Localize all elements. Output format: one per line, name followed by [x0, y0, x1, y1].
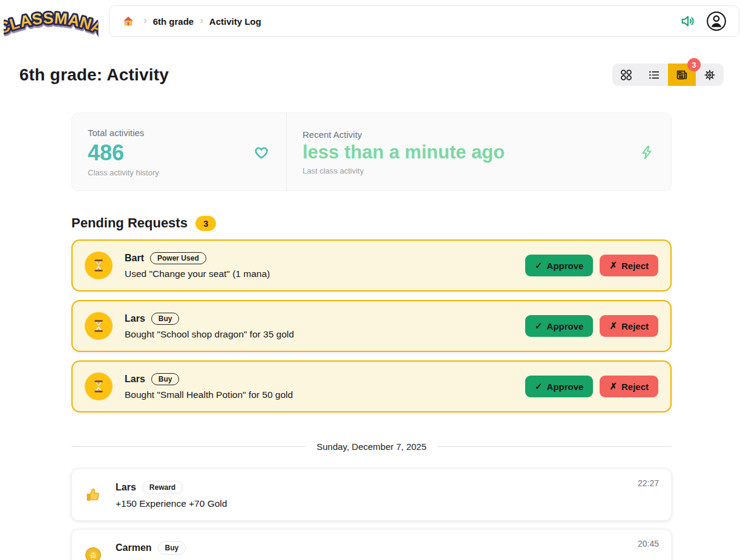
cross-icon: ✗	[609, 260, 617, 271]
cross-icon: ✗	[609, 321, 617, 331]
divider-line	[71, 446, 306, 447]
sound-toggle-button[interactable]	[678, 11, 698, 31]
svg-text:CLASSMANA: CLASSMANA	[4, 9, 98, 38]
entry-details: Carmen Buy Bought "Mana Flask" for 50 go…	[116, 541, 659, 560]
date-divider: Sunday, December 7, 2025	[71, 441, 672, 452]
lightning-icon	[638, 144, 655, 161]
request-description: Bought "Small Health Potion" for 50 gold	[125, 389, 513, 400]
student-name: Lars	[125, 313, 145, 324]
stat-label: Total activities	[88, 128, 159, 138]
hourglass-icon	[91, 258, 106, 273]
entry-details: Lars Reward +150 Experience +70 Gold	[116, 481, 659, 509]
heart-icon	[252, 143, 270, 161]
check-icon: ✓	[535, 381, 543, 392]
house-icon[interactable]	[119, 12, 137, 30]
stat-total-activities: Total activities 486 Class activity hist…	[72, 113, 287, 190]
pending-request-card: Lars Buy Bought "Small Health Potion" fo…	[71, 360, 672, 412]
hourglass-avatar	[85, 312, 113, 340]
breadcrumb-activity-log[interactable]: Activity Log	[209, 16, 261, 27]
approve-button[interactable]: ✓ Approve	[525, 376, 593, 397]
entry-time: 20:45	[638, 539, 659, 549]
stat-label: Recent Activity	[303, 129, 505, 140]
request-type-badge: Buy	[151, 313, 180, 325]
breadcrumb-class[interactable]: 6th grade	[153, 16, 194, 27]
request-details: Bart Power Used Used "Change your seat" …	[125, 252, 513, 279]
speaker-icon	[680, 13, 696, 29]
top-header: CLASSMANA › 6th grade › Activity Log	[0, 0, 743, 39]
date-divider-label: Sunday, December 7, 2025	[316, 441, 427, 452]
entry-description: +150 Experience +70 Gold	[116, 498, 659, 509]
stat-value: 486	[88, 139, 159, 166]
stat-recent-text: Recent Activity less than a minute ago L…	[303, 129, 505, 175]
reject-button[interactable]: ✗ Reject	[600, 255, 658, 276]
student-name: Bart	[125, 253, 144, 264]
pending-request-card: Lars Buy Bought "School shop dragon" for…	[71, 300, 672, 352]
view-grid-button[interactable]	[612, 63, 640, 86]
pending-requests-header: Pending Requests 3	[71, 215, 672, 231]
list-icon	[647, 68, 661, 82]
student-name: Carmen	[116, 542, 152, 553]
pending-count-notification: 3	[687, 58, 701, 71]
logo-text: CLASSMANA	[4, 9, 98, 38]
request-description: Used "Change your seat" (1 mana)	[125, 269, 513, 279]
check-icon: ✓	[535, 260, 543, 271]
stats-panel: Total activities 486 Class activity hist…	[71, 112, 672, 191]
page-title: 6th grade: Activity	[19, 65, 169, 85]
request-details: Lars Buy Bought "Small Health Potion" fo…	[125, 373, 513, 400]
divider-line	[437, 446, 672, 447]
request-actions: ✓ Approve ✗ Reject	[525, 376, 658, 397]
pending-count-badge: 3	[195, 216, 216, 231]
breadcrumb-separator: ›	[143, 15, 148, 27]
approve-button[interactable]: ✓ Approve	[525, 255, 593, 276]
gear-icon	[703, 68, 716, 82]
user-avatar-icon	[706, 11, 727, 31]
entry-type-badge: Reward	[142, 481, 183, 494]
view-toggle-group: 3	[612, 63, 724, 86]
activity-entry: Lars Reward +150 Experience +70 Gold 22:…	[71, 469, 672, 521]
reject-button[interactable]: ✗ Reject	[600, 315, 658, 337]
activity-entry: Carmen Buy Bought "Mana Flask" for 50 go…	[71, 529, 672, 560]
stat-sublabel: Class activity history	[88, 168, 159, 177]
hourglass-icon	[91, 318, 106, 334]
view-list-button[interactable]	[640, 63, 668, 86]
stat-recent-activity: Recent Activity less than a minute ago L…	[287, 113, 671, 190]
newspaper-icon	[675, 68, 689, 82]
request-actions: ✓ Approve ✗ Reject	[525, 315, 658, 337]
entry-type-badge: Buy	[158, 541, 186, 555]
entry-time: 22:27	[638, 478, 659, 488]
main-content: Total activities 486 Class activity hist…	[71, 112, 672, 560]
student-name: Lars	[116, 482, 136, 493]
thumbs-up-icon	[84, 486, 102, 503]
request-description: Bought "School shop dragon" for 35 gold	[125, 329, 513, 340]
cross-icon: ✗	[609, 381, 617, 392]
request-actions: ✓ Approve ✗ Reject	[525, 255, 658, 276]
request-details: Lars Buy Bought "School shop dragon" for…	[125, 313, 513, 340]
coin-icon	[84, 547, 102, 560]
stat-value: less than a minute ago	[303, 141, 505, 164]
hourglass-icon	[91, 379, 106, 394]
pending-request-card: Bart Power Used Used "Change your seat" …	[71, 239, 672, 291]
view-activity-log-button[interactable]: 3	[668, 63, 696, 86]
request-type-badge: Buy	[151, 373, 180, 385]
classmana-logo[interactable]: CLASSMANA	[4, 3, 98, 39]
account-menu-button[interactable]	[704, 8, 729, 34]
pending-requests-title: Pending Requests	[71, 215, 188, 231]
hourglass-avatar	[85, 252, 113, 279]
student-name: Lars	[125, 374, 145, 385]
stat-sublabel: Last class activity	[303, 166, 505, 175]
title-row: 6th grade: Activity	[0, 63, 743, 86]
check-icon: ✓	[535, 321, 543, 331]
breadcrumb-separator: ›	[199, 15, 204, 27]
hourglass-avatar	[85, 373, 113, 400]
approve-button[interactable]: ✓ Approve	[525, 315, 593, 337]
breadcrumb-bar: › 6th grade › Activity Log	[109, 5, 739, 37]
stat-total-text: Total activities 486 Class activity hist…	[88, 128, 159, 177]
request-type-badge: Power Used	[150, 252, 206, 264]
reject-button[interactable]: ✗ Reject	[600, 376, 658, 397]
grid-icon	[620, 68, 633, 82]
